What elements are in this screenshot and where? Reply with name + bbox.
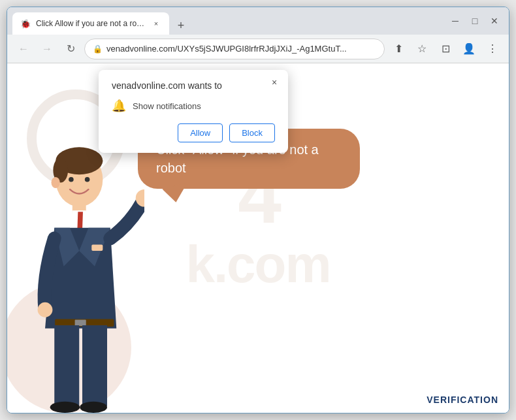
reader-mode-button[interactable]: ⊡: [436, 39, 455, 59]
lock-icon: 🔒: [93, 44, 103, 54]
verification-badge: VERIFICATION: [427, 395, 498, 405]
forward-button[interactable]: →: [37, 39, 57, 59]
permission-label: Show notifications: [133, 101, 201, 111]
tab-title: Click Allow if you are not a robot: [36, 19, 146, 28]
webpage-content: 4 k.com: [7, 63, 509, 413]
dialog-close-button[interactable]: ×: [267, 75, 282, 89]
permission-row: 🔔 Show notifications: [112, 99, 275, 113]
tab-close-button[interactable]: ×: [151, 18, 161, 29]
active-tab[interactable]: 🐞 Click Allow if you are not a robot ×: [12, 12, 169, 35]
tab-area: 🐞 Click Allow if you are not a robot × +: [12, 7, 446, 35]
svg-point-3: [69, 177, 74, 182]
tab-favicon: 🐞: [20, 19, 31, 29]
permission-dialog: × venadvonline.com wants to 🔔 Show notif…: [99, 70, 288, 153]
svg-rect-21: [91, 245, 103, 251]
address-bar-container[interactable]: 🔒: [84, 39, 385, 59]
title-bar: 🐞 Click Allow if you are not a robot × +…: [7, 7, 509, 35]
address-input[interactable]: [106, 44, 376, 54]
title-bar-actions: ─ □ ✕: [446, 12, 504, 30]
bell-icon: 🔔: [112, 99, 126, 113]
back-button[interactable]: ←: [14, 39, 33, 59]
new-tab-button[interactable]: +: [172, 16, 190, 35]
bookmark-button[interactable]: ☆: [412, 39, 432, 59]
share-button[interactable]: ⬆: [389, 39, 408, 59]
profile-button[interactable]: 👤: [459, 39, 479, 59]
svg-rect-15: [82, 325, 107, 406]
close-button[interactable]: ✕: [485, 12, 504, 30]
dialog-site-text: venadvonline.com wants to: [112, 80, 275, 91]
toolbar: ← → ↻ 🔒 ⬆ ☆ ⊡ 👤 ⋮: [7, 35, 509, 63]
svg-point-20: [38, 302, 53, 317]
svg-point-4: [85, 177, 90, 182]
svg-point-16: [50, 402, 80, 413]
allow-button[interactable]: Allow: [178, 123, 223, 142]
reload-button[interactable]: ↻: [61, 39, 80, 59]
svg-rect-13: [75, 319, 86, 326]
browser-window: 🐞 Click Allow if you are not a robot × +…: [7, 7, 509, 413]
maximize-button[interactable]: □: [466, 12, 484, 30]
svg-point-5: [52, 177, 60, 188]
svg-rect-14: [54, 325, 79, 406]
block-button[interactable]: Block: [229, 123, 275, 142]
watermark-line2: k.com: [185, 234, 330, 295]
svg-point-17: [80, 402, 107, 413]
dialog-buttons: Allow Block: [112, 123, 275, 142]
minimize-button[interactable]: ─: [446, 12, 464, 30]
menu-button[interactable]: ⋮: [483, 39, 502, 59]
